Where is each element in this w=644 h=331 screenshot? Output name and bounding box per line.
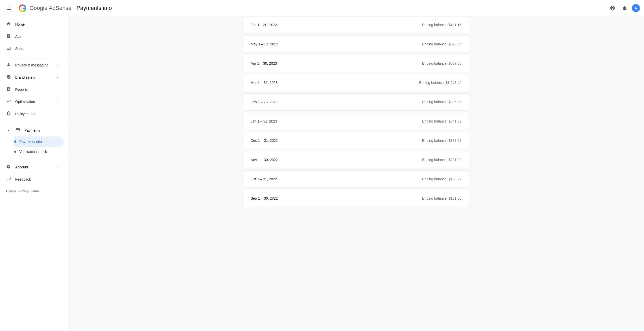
payment-row[interactable]: Feb 1 – 28, 2023Ending balance: $906.26 (242, 93, 470, 111)
sidebar-label-sites: Sites (15, 47, 23, 51)
sidebar-label-feedback: Feedback (15, 177, 31, 181)
sidebar: Home Ads Sites Privacy & messaging › (0, 16, 68, 331)
sidebar-label-account: Account (15, 165, 28, 169)
sidebar-item-home[interactable]: Home (0, 18, 64, 30)
chevron-optimization: › (57, 100, 58, 103)
policy-icon (6, 111, 11, 117)
payment-row[interactable]: Apr 1 – 30, 2023Ending balance: $807.58 (242, 55, 470, 72)
sidebar-label-brand-safety: Brand safety (15, 75, 35, 79)
sidebar-item-policy-center[interactable]: Policy center (0, 108, 64, 120)
sidebar-label-optimization: Optimization (15, 100, 35, 104)
topbar-actions: A (607, 3, 640, 13)
payments-icon (15, 128, 20, 133)
chevron-privacy: › (57, 63, 58, 67)
payment-balance: Ending balance: $221.00 (422, 158, 461, 162)
sidebar-item-sites[interactable]: Sites (0, 43, 64, 55)
sidebar-label-ads: Ads (15, 34, 21, 39)
feedback-icon (6, 177, 11, 182)
active-dot-payments-info (14, 141, 16, 143)
privacy-icon (6, 62, 11, 68)
payment-balance: Ending balance: $1,243.42 (419, 81, 461, 85)
logo-text: Google AdSense (29, 5, 71, 11)
sidebar-label-home: Home (15, 22, 25, 26)
body-wrap: Home Ads Sites Privacy & messaging › (0, 16, 644, 331)
notifications-button[interactable] (620, 3, 630, 13)
ads-icon (6, 34, 11, 40)
sidebar-footer: Google · Privacy · Terms (0, 185, 68, 197)
payment-row[interactable]: Dec 1 – 31, 2022Ending balance: $328.59 (242, 132, 470, 149)
payment-date: Jun 1 – 30, 2023 (251, 23, 277, 27)
user-avatar[interactable]: A (632, 4, 640, 12)
sidebar-item-verification-check[interactable]: Verification check (14, 147, 64, 157)
payment-balance: Ending balance: $181.80 (422, 196, 461, 200)
sidebar-divider-1 (0, 57, 68, 57)
help-button[interactable] (607, 3, 618, 13)
payment-balance: Ending balance: $491.15 (422, 23, 461, 27)
sidebar-item-account[interactable]: Account › (0, 161, 64, 173)
sidebar-item-feedback[interactable]: Feedback (0, 173, 64, 185)
payment-row[interactable]: Jan 1 – 31, 2023Ending balance: $541.59 (242, 113, 470, 130)
sidebar-item-payments[interactable]: ▾ Payments (0, 124, 64, 136)
account-icon (6, 164, 11, 170)
sidebar-label-policy: Policy center (15, 112, 36, 116)
payment-date: Nov 1 – 30, 2022 (251, 158, 278, 162)
payments-sub-menu: Payments info Verification check (0, 136, 68, 157)
topbar: Google AdSense Payments info A (0, 0, 644, 16)
payment-row[interactable]: May 1 – 31, 2023Ending balance: $528.34 (242, 36, 470, 53)
payments-list: Jun 1 – 30, 2023Ending balance: $491.15M… (234, 16, 478, 217)
main-content: Jun 1 – 30, 2023Ending balance: $491.15M… (68, 16, 644, 331)
logo: Google AdSense (17, 3, 71, 13)
sidebar-label-verification-check: Verification check (19, 150, 47, 154)
svg-rect-1 (7, 8, 11, 8)
payment-balance: Ending balance: $328.59 (422, 138, 461, 143)
topbar-left: Google AdSense (4, 3, 71, 13)
sidebar-divider-2 (0, 122, 68, 122)
dot-verification-check (14, 151, 16, 153)
payment-date: Feb 1 – 28, 2023 (251, 100, 278, 104)
sidebar-item-payments-info[interactable]: Payments info (14, 136, 64, 147)
payment-row[interactable]: Mar 1 – 31, 2023Ending balance: $1,243.4… (242, 74, 470, 91)
payment-date: Jan 1 – 31, 2023 (251, 119, 277, 123)
payment-balance: Ending balance: $807.58 (422, 61, 461, 65)
sidebar-item-privacy-messaging[interactable]: Privacy & messaging › (0, 59, 64, 71)
payment-row[interactable]: Jun 1 – 30, 2023Ending balance: $491.15 (242, 16, 470, 33)
payment-row[interactable]: Oct 1 – 31, 2022Ending balance: $130.27 (242, 170, 470, 188)
svg-rect-0 (7, 7, 11, 7)
sidebar-label-privacy: Privacy & messaging (15, 63, 49, 67)
menu-button[interactable] (4, 3, 14, 13)
payment-row[interactable]: Sep 1 – 30, 2022Ending balance: $181.80 (242, 190, 470, 207)
page-title: Payments info (71, 5, 607, 11)
payment-date: Sep 1 – 30, 2022 (251, 196, 278, 200)
payment-date: Apr 1 – 30, 2023 (251, 61, 277, 65)
payment-balance: Ending balance: $528.34 (422, 42, 461, 46)
optimization-icon (6, 99, 11, 105)
sites-icon (6, 46, 11, 52)
svg-rect-3 (22, 8, 25, 9)
svg-rect-2 (7, 9, 11, 10)
sidebar-label-payments-info: Payments info (19, 140, 42, 144)
brand-safety-icon (6, 75, 11, 80)
payment-balance: Ending balance: $541.59 (422, 119, 461, 123)
payment-balance: Ending balance: $906.26 (422, 100, 461, 104)
chevron-brand-safety: › (57, 76, 58, 79)
reports-icon (6, 87, 11, 93)
sidebar-item-brand-safety[interactable]: Brand safety › (0, 71, 64, 83)
payment-date: Dec 1 – 31, 2022 (251, 138, 278, 143)
chevron-account: › (57, 165, 58, 169)
sidebar-item-reports[interactable]: Reports (0, 83, 64, 96)
payment-date: Mar 1 – 31, 2023 (251, 81, 278, 85)
home-icon (6, 22, 11, 27)
sidebar-item-optimization[interactable]: Optimization › (0, 96, 64, 108)
payment-date: May 1 – 31, 2023 (251, 42, 278, 46)
sidebar-label-reports: Reports (15, 88, 28, 92)
payments-expand-icon: ▾ (6, 128, 11, 132)
sidebar-label-payments: Payments (24, 128, 40, 132)
payment-row[interactable]: Nov 1 – 30, 2022Ending balance: $221.00 (242, 151, 470, 168)
sidebar-item-ads[interactable]: Ads (0, 30, 64, 43)
payment-date: Oct 1 – 31, 2022 (251, 177, 277, 181)
payment-balance: Ending balance: $130.27 (422, 177, 461, 181)
sidebar-divider-3 (0, 159, 68, 159)
